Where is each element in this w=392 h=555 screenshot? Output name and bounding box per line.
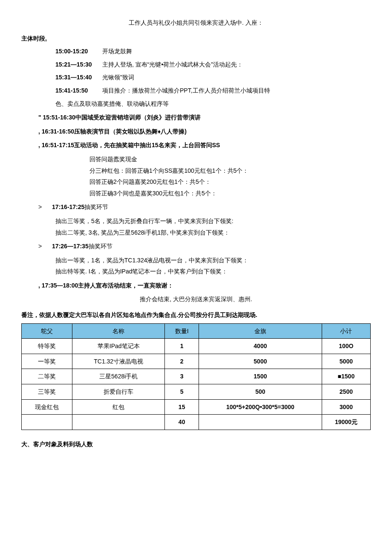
intro-text: 工作人员与礼仪小姐共同引领来宾进入场中. 入座： [21,17,371,29]
td [72,415,165,430]
prize-line: 抽出特等奖. I名，奖品为IPad笔记本一台，中奖客户到台下领奖： [55,266,371,277]
td: 2500 [322,384,370,400]
td: ■1500 [322,369,370,384]
answer-line: 回答正确2个问题嘉奖200元红包1个：共5个： [89,176,371,188]
arrow-icon: > [38,243,42,250]
th: 数量I [165,323,199,339]
td: 15 [165,399,199,415]
td: 三等奖 [22,384,72,400]
desc: 开场龙鼓舞 [102,46,132,57]
answer-line: 回答正确3个间也是嘉奖300元红包1个：共5个： [89,188,371,199]
td: 5000 [322,354,370,369]
desc: 项目推介：播放荷兰小城推介PPT,工作人员介绍荷兰小城项目特 [102,85,270,96]
bullet-5: > 17:26—17:35抽奖环节 [38,241,371,252]
prize-line: 抽出二等奖, 3名, 奖品为三星5628i手机1部, 中奖来宾到台下领奖： [55,227,371,238]
th: 金旗 [199,323,322,339]
td: 1 [165,339,199,354]
table-row: 现金红包 红包 15 100*5+200Q•300*5=3000 3000 [22,399,371,415]
prize-line: 抽出一等奖，1名，奖品为TC1.324液品电视一台，中奖来宾到台下领奖： [55,255,371,266]
bullet-2: , 16:31-16:50压轴表演节目（荚女啦以队热舞♦八人带操) [38,126,371,137]
td: 1500 [199,369,322,384]
td: 3 [165,369,199,384]
th: 名称 [72,323,165,339]
bullet-3: , 16:51-17:15互动活动，先在抽奖箱中抽出15名来宾，上台回答问SS [38,139,371,151]
prize-table: 鸵父 名称 数量I 金旗 小计 特等奖 苹果IPad笔记本 1 4000 100… [21,323,371,430]
td: 3000 [322,399,370,415]
sched-row: 15:00-15:20 开场龙鼓舞 [55,46,371,57]
table-row: 一等奖 TC1.32寸液晶电视 2 5000 5000 [22,354,371,369]
schedule-block: 15:00-15:20 开场龙鼓舞 15:21—15:30 主持人登场, 宣布“… [55,46,371,109]
desc: 主持人登场, 宣布“光犍•荷兰小城武林大会”活动起先： [102,59,243,70]
time-label: 17:26—17:35 [52,243,89,250]
time: 15:31—15:40 [55,72,102,83]
td: 折爱自行车 [72,384,165,400]
th: 鸵父 [22,323,72,339]
sched-row: 15:31—15:40 光锹领"致词 [55,72,371,83]
td: 二等奖 [22,369,72,384]
td: 一等奖 [22,354,72,369]
td [22,415,72,430]
table-row: 特等奖 苹果IPad笔记本 1 4000 100O [22,339,371,354]
td: 苹果IPad笔记本 [72,339,165,354]
td: 5 [165,384,199,400]
td: 现金红包 [22,399,72,415]
section-title: 主体时段, [21,33,371,44]
bullet-1: " 15:51-16:30中国域受欢迎营销培训师（刘炎》进行昔带演讲 [38,112,371,123]
th: 小计 [322,323,370,339]
desc: 光锹领"致词 [102,72,134,83]
footer-heading: 大、客户对象及料到场人数 [21,439,371,450]
table-row: 二等奖 三星5628i手机 3 1500 ■1500 [22,369,371,384]
table-header-row: 鸵父 名称 数量I 金旗 小计 [22,323,371,339]
bullet-6: , 17:35—18:00主持人宣布活动结束，一直宾致谢： [38,280,371,291]
prize-line: 抽出三等奖，5名，奖品为元折叠自行车一辆，中奖来宾到台下领奖: [55,215,371,227]
answer-line: 回答问题蠹奖现金 [89,154,371,165]
td: 500 [199,384,322,400]
td: 红包 [72,399,165,415]
arrow-icon: > [38,203,42,210]
answer-line: 分三种红包：回答正确1个向SS嘉奖100元红包1个：共5个： [89,165,371,177]
time: 15:21—15:30 [55,59,102,70]
time: 15:00-15:20 [55,46,102,57]
td: TC1.32寸液晶电视 [72,354,165,369]
td: 2 [165,354,199,369]
label: 抽奖环节 [84,203,108,210]
table-row: 三等奖 折爱自行车 5 500 2500 [22,384,371,400]
time: 15:41-15:50 [55,85,102,96]
td: 100*5+200Q•300*5=3000 [199,399,322,415]
closing-text: 推介会结束, 大巴分别送来宾返深圳、惠州. [21,293,371,305]
td: 19000元 [322,415,370,430]
td [199,415,322,430]
td: 40 [165,415,199,430]
td: 4000 [199,339,322,354]
td: 三星5628i手机 [72,369,165,384]
label: 抽奖环节 [89,243,112,250]
sched-row: 15:41-15:50 项目推介：播放荷兰小城推介PPT,工作人员介绍荷兰小城项… [55,85,371,96]
td: 特等奖 [22,339,72,354]
note-text: 番注，依据人数覆定大巴车以各自片区知名地点作为集合点.分公司按分行员工到达期现场… [21,309,371,321]
table-total-row: 40 19000元 [22,415,371,430]
td: 100O [322,339,370,354]
bullet-4: > 17:16-17:25抽奖环节 [38,201,371,213]
sched-row: 15:21—15:30 主持人登场, 宣布“光犍•荷兰小城武林大会”活动起先： [55,59,371,70]
sched-continuation: 色、卖点及联动嘉奖措俺、联动确认程序等 [55,98,371,110]
td: 5000 [199,354,322,369]
time-label: 17:16-17:25 [52,203,84,210]
